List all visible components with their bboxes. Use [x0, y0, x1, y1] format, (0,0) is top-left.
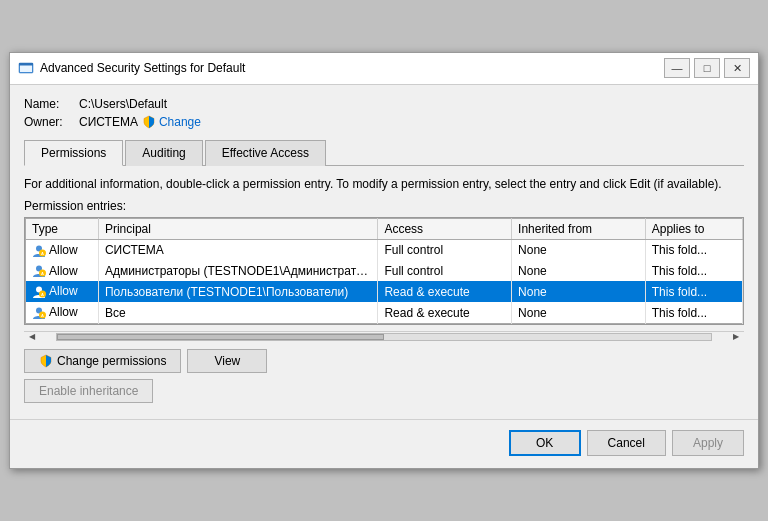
col-access: Access: [378, 218, 512, 239]
table-row[interactable]: A AllowСИСТЕМАFull controlNoneThis fold.…: [26, 239, 743, 260]
table-header: Type Principal Access Inherited from App…: [26, 218, 743, 239]
col-principal: Principal: [98, 218, 378, 239]
info-description: For additional information, double-click…: [24, 176, 744, 193]
table-row[interactable]: A AllowВсеRead & executeNoneThis fold...: [26, 302, 743, 323]
svg-text:A: A: [41, 271, 44, 276]
user-icon: A: [32, 306, 46, 320]
svg-text:A: A: [41, 292, 44, 297]
tab-effective-access[interactable]: Effective Access: [205, 140, 326, 166]
cell-type: A Allow: [26, 302, 99, 323]
footer: OK Cancel Apply: [10, 419, 758, 468]
cell-type: A Allow: [26, 239, 99, 260]
owner-label: Owner:: [24, 115, 79, 129]
tab-permissions[interactable]: Permissions: [24, 140, 123, 166]
scrollbar-thumb[interactable]: [57, 334, 384, 340]
secondary-buttons-row: Enable inheritance: [24, 379, 744, 403]
cell-inherited: None: [512, 261, 646, 282]
cell-principal: Все: [98, 302, 378, 323]
action-buttons-area: Change permissions View Enable inheritan…: [24, 349, 744, 403]
window-title: Advanced Security Settings for Default: [40, 61, 664, 75]
cell-type: A Allow: [26, 281, 99, 302]
table-row[interactable]: A AllowПользователи (TESTNODE1\Пользоват…: [26, 281, 743, 302]
window-icon: [18, 60, 34, 76]
cell-type: A Allow: [26, 261, 99, 282]
svg-text:A: A: [41, 313, 44, 318]
cell-inherited: None: [512, 302, 646, 323]
col-type: Type: [26, 218, 99, 239]
user-icon: A: [32, 264, 46, 278]
scroll-right-button[interactable]: ▶: [728, 332, 744, 342]
cell-principal: Пользователи (TESTNODE1\Пользователи): [98, 281, 378, 302]
permissions-table-container: Type Principal Access Inherited from App…: [24, 217, 744, 325]
enable-inheritance-button[interactable]: Enable inheritance: [24, 379, 153, 403]
main-window: Advanced Security Settings for Default —…: [9, 52, 759, 469]
view-button[interactable]: View: [187, 349, 267, 373]
svg-rect-1: [20, 65, 32, 72]
permissions-table: Type Principal Access Inherited from App…: [25, 218, 743, 324]
window-controls: — □ ✕: [664, 58, 750, 78]
svg-rect-2: [19, 63, 33, 66]
tabs-container: Permissions Auditing Effective Access: [24, 139, 744, 166]
svg-text:A: A: [41, 251, 44, 256]
col-inherited: Inherited from: [512, 218, 646, 239]
scroll-left-button[interactable]: ◀: [24, 332, 40, 342]
name-value: C:\Users\Default: [79, 97, 167, 111]
shield-uac-icon: [142, 115, 156, 129]
horizontal-scrollbar[interactable]: ◀ ▶: [24, 331, 744, 341]
cell-applies: This fold...: [645, 302, 742, 323]
apply-button[interactable]: Apply: [672, 430, 744, 456]
cell-inherited: None: [512, 239, 646, 260]
cell-principal: Администраторы (TESTNODE1\Администраторы…: [98, 261, 378, 282]
user-icon: A: [32, 285, 46, 299]
cell-applies: This fold...: [645, 239, 742, 260]
section-label: Permission entries:: [24, 199, 744, 213]
change-owner-link[interactable]: Change: [142, 115, 201, 129]
table-body: A AllowСИСТЕМАFull controlNoneThis fold.…: [26, 239, 743, 323]
primary-buttons-row: Change permissions View: [24, 349, 744, 373]
window-content: Name: C:\Users\Default Owner: СИСТЕМА Ch…: [10, 85, 758, 413]
cell-access: Read & execute: [378, 302, 512, 323]
user-icon: A: [32, 244, 46, 258]
table-row[interactable]: A AllowАдминистраторы (TESTNODE1\Админис…: [26, 261, 743, 282]
cell-access: Full control: [378, 261, 512, 282]
cell-principal: СИСТЕМА: [98, 239, 378, 260]
name-row: Name: C:\Users\Default: [24, 97, 744, 111]
name-label: Name:: [24, 97, 79, 111]
owner-row: Owner: СИСТЕМА Change: [24, 115, 744, 129]
cell-inherited: None: [512, 281, 646, 302]
cell-access: Full control: [378, 239, 512, 260]
ok-button[interactable]: OK: [509, 430, 581, 456]
close-button[interactable]: ✕: [724, 58, 750, 78]
shield-change-icon: [39, 354, 53, 368]
title-bar: Advanced Security Settings for Default —…: [10, 53, 758, 85]
cancel-button[interactable]: Cancel: [587, 430, 666, 456]
tab-auditing[interactable]: Auditing: [125, 140, 202, 166]
scrollbar-track[interactable]: [56, 333, 712, 341]
col-applies: Applies to: [645, 218, 742, 239]
change-permissions-button[interactable]: Change permissions: [24, 349, 181, 373]
owner-value: СИСТЕМА: [79, 115, 138, 129]
maximize-button[interactable]: □: [694, 58, 720, 78]
cell-access: Read & execute: [378, 281, 512, 302]
cell-applies: This fold...: [645, 281, 742, 302]
minimize-button[interactable]: —: [664, 58, 690, 78]
cell-applies: This fold...: [645, 261, 742, 282]
